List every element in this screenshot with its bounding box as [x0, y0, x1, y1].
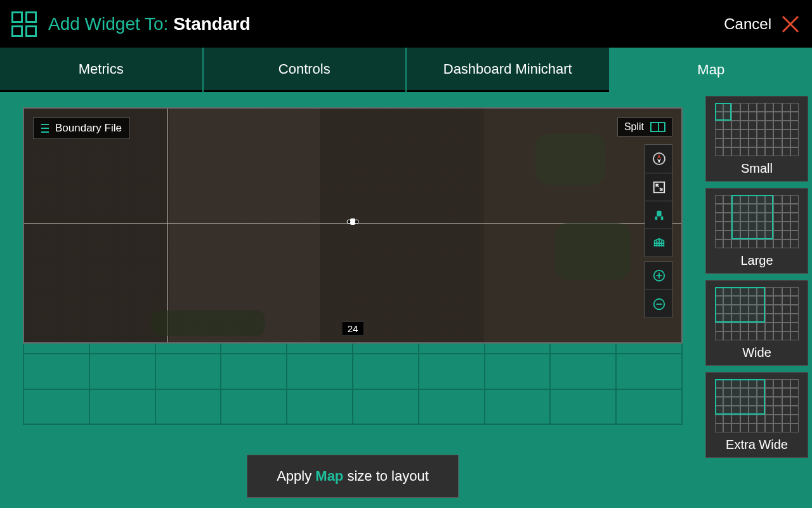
tab-map[interactable]: Map — [610, 48, 813, 92]
size-grid-thumb — [715, 287, 799, 340]
svg-point-15 — [347, 220, 351, 224]
size-option-label: Large — [740, 253, 773, 268]
size-grid-thumb — [715, 103, 799, 156]
split-view-button[interactable]: Split — [617, 117, 672, 137]
fullscreen-icon[interactable] — [645, 173, 673, 201]
title-prefix: Add Widget To: — [48, 14, 173, 34]
map-toolbar — [645, 144, 672, 318]
tab-metrics[interactable]: Metrics — [0, 48, 202, 92]
svg-rect-7 — [655, 216, 658, 220]
split-label: Split — [624, 121, 644, 133]
svg-point-16 — [355, 220, 358, 224]
size-option-label: Extra Wide — [726, 438, 788, 452]
split-icon — [650, 122, 665, 132]
size-grid-thumb — [715, 195, 799, 248]
svg-rect-5 — [654, 182, 665, 192]
compass-icon[interactable] — [645, 145, 673, 173]
size-options-panel: SmallLargeWideExtra Wide — [705, 96, 808, 504]
zoom-out-icon[interactable] — [645, 290, 673, 318]
map-widget-preview: Boundary File Split — [23, 107, 683, 344]
size-option-large[interactable]: Large — [705, 188, 808, 274]
list-icon — [41, 124, 49, 133]
size-option-wide[interactable]: Wide — [705, 280, 808, 366]
svg-marker-3 — [657, 154, 661, 159]
apply-size-button[interactable]: Apply Map size to layout — [247, 455, 459, 498]
size-grid-thumb — [715, 379, 799, 432]
header-bar: Add Widget To: Standard Cancel — [0, 0, 812, 48]
svg-rect-6 — [657, 210, 661, 216]
vehicle-marker-icon — [346, 217, 360, 227]
svg-marker-4 — [657, 159, 661, 163]
size-option-label: Wide — [742, 345, 771, 360]
vehicle-locate-icon[interactable] — [645, 201, 673, 229]
svg-rect-8 — [661, 216, 664, 220]
map-scale-badge: 24 — [342, 321, 364, 336]
zoom-in-icon[interactable] — [645, 262, 673, 290]
cancel-button[interactable]: Cancel — [724, 15, 771, 33]
size-option-xwide[interactable]: Extra Wide — [705, 372, 808, 458]
tab-dashboard-minichart[interactable]: Dashboard Minichart — [407, 48, 609, 92]
app-grid-icon — [11, 11, 37, 37]
boundary-file-label: Boundary File — [55, 122, 122, 135]
apply-suffix: size to layout — [343, 468, 429, 484]
page-title: Add Widget To: Standard — [48, 14, 251, 34]
close-icon[interactable] — [780, 14, 801, 34]
size-option-small[interactable]: Small — [705, 96, 808, 182]
boundary-file-chip[interactable]: Boundary File — [33, 117, 130, 139]
apply-prefix: Apply — [277, 468, 315, 484]
widget-type-tabs: Metrics Controls Dashboard Minichart Map — [0, 48, 812, 92]
title-value: Standard — [173, 14, 250, 34]
size-option-label: Small — [741, 161, 773, 176]
layout-grid-preview: Boundary File Split — [23, 107, 683, 425]
apply-accent: Map — [315, 468, 343, 484]
grid-layers-icon[interactable] — [645, 229, 673, 257]
tab-controls[interactable]: Controls — [204, 48, 406, 92]
